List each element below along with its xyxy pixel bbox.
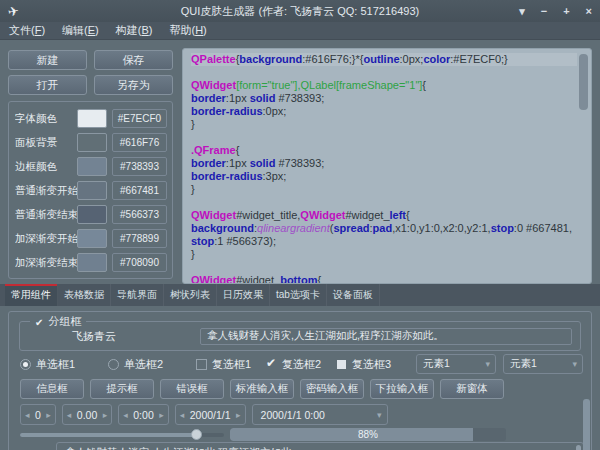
groupbox-title: 分组框 — [48, 314, 81, 329]
color-swatch[interactable] — [77, 181, 107, 200]
window-controls: ▾ − + × — [519, 0, 592, 22]
stylesheet-editor[interactable]: QPalette{background:#616F76;}*{outline:0… — [182, 48, 592, 284]
spin-box[interactable]: 0 — [20, 404, 56, 425]
app-plane-icon: ✈ — [7, 4, 20, 19]
code-line — [191, 196, 577, 209]
dialog-button[interactable]: 错误框 — [160, 379, 224, 399]
menu-item[interactable]: 构建(B) — [116, 23, 153, 38]
code-line: border:1px solid #738393; — [191, 92, 577, 105]
selection-controls-row: 单选框1 单选框2 复选框1 — [20, 354, 583, 374]
color-swatch[interactable] — [77, 253, 107, 272]
title-bar: ✈ QUI皮肤生成器 (作者: 飞扬青云 QQ: 517216493) ▾ − … — [0, 0, 600, 22]
window-control-button[interactable]: ▾ — [519, 0, 525, 22]
color-swatch[interactable] — [77, 133, 107, 152]
checkbox-icon — [196, 359, 207, 370]
checkbox-icon — [337, 360, 346, 369]
slider[interactable] — [20, 428, 224, 441]
dialog-button[interactable]: 下拉输入框 — [370, 379, 434, 399]
code-line: } — [191, 248, 577, 261]
code-line: } — [191, 183, 577, 196]
code-line: .QFrame{ — [191, 144, 577, 157]
slider-handle[interactable] — [191, 429, 202, 440]
menu-item[interactable]: 文件(F) — [9, 23, 45, 38]
dialog-button[interactable]: 提示框 — [90, 379, 154, 399]
file-button[interactable]: 打开 — [8, 75, 87, 95]
menu-item[interactable]: 编辑(E) — [62, 23, 99, 38]
combo-box[interactable]: 元素1 — [503, 354, 583, 374]
window-control-button[interactable]: + — [563, 0, 569, 22]
color-swatch[interactable] — [77, 205, 107, 224]
tab[interactable]: 树状列表 — [164, 284, 217, 306]
spinbox-row: 0 0.00 0:00 2000/1/1 2000/1/1 0:00 — [20, 404, 388, 425]
color-label: 普通渐变开始 — [15, 184, 77, 198]
menu-item[interactable]: 帮助(H) — [169, 23, 206, 38]
tab[interactable]: 设备面板 — [327, 284, 380, 306]
window-control-button[interactable]: × — [586, 0, 592, 22]
radio-button[interactable]: 单选框1 — [20, 357, 108, 372]
checkbox[interactable]: 复选框3 — [336, 357, 406, 372]
code-line: QPalette{background:#616F76;}*{outline:0… — [191, 53, 577, 66]
dialog-button[interactable]: 信息框 — [20, 379, 84, 399]
color-swatch[interactable] — [77, 109, 107, 128]
checkbox[interactable]: 复选框1 — [196, 357, 266, 372]
color-label: 加深渐变开始 — [15, 232, 77, 246]
color-hex-input[interactable]: #738393 — [112, 157, 167, 176]
groupbox-check-icon — [35, 316, 43, 328]
tab[interactable]: tab选项卡 — [270, 284, 327, 306]
color-label: 边框颜色 — [15, 160, 77, 174]
tab[interactable]: 表格数据 — [58, 284, 111, 306]
color-hex-input[interactable]: #616F76 — [112, 133, 167, 152]
tab-bar: 常用组件 表格数据 导航界面 树状列表 日历效果 tab选项卡 设备面板 — [0, 284, 600, 306]
combo-box[interactable]: 元素1 — [416, 354, 496, 374]
color-settings-box: 字体颜色 #E7ECF0 面板背景 #616F76 边框颜色 #738393 普… — [8, 101, 173, 279]
slider-fill — [20, 433, 197, 437]
spin-box[interactable]: 0:00 — [118, 404, 168, 425]
color-swatch[interactable] — [77, 229, 107, 248]
color-hex-input[interactable]: #E7ECF0 — [112, 109, 167, 128]
color-hex-input[interactable]: #667481 — [112, 181, 167, 200]
editor-scrollbar[interactable] — [579, 54, 588, 110]
window-title: QUI皮肤生成器 (作者: 飞扬青云 QQ: 517216493) — [0, 4, 600, 19]
code-line: QWidget#widget_bottom{ — [191, 274, 577, 284]
app-window: ✈ QUI皮肤生成器 (作者: 飞扬青云 QQ: 517216493) ▾ − … — [0, 0, 600, 450]
datetime-picker[interactable]: 2000/1/1 0:00 — [252, 404, 388, 425]
tab[interactable]: 日历效果 — [217, 284, 270, 306]
color-hex-input[interactable]: #708090 — [112, 253, 167, 272]
tab[interactable]: 导航界面 — [111, 284, 164, 306]
code-line — [191, 261, 577, 274]
dialog-button[interactable]: 新窗体 — [440, 379, 504, 399]
color-label: 普通渐变结束 — [15, 208, 77, 222]
code-line — [191, 66, 577, 79]
spin-box[interactable]: 0.00 — [62, 404, 112, 425]
color-row: 边框颜色 #738393 — [15, 157, 167, 176]
radio-button[interactable]: 单选框2 — [108, 357, 196, 372]
dialog-button[interactable]: 标准输入框 — [230, 379, 294, 399]
color-row: 加深渐变结束 #708090 — [15, 253, 167, 272]
code-line: QWidget#widget_title,QWidget#widget_left… — [191, 209, 577, 222]
groupbox: 分组框 飞扬青云 拿人钱财替人消灾,人生江湖如此,程序江湖亦如此。 — [19, 321, 581, 351]
file-button[interactable]: 新建 — [8, 50, 87, 70]
checkbox[interactable]: 复选框2 — [266, 357, 336, 372]
textedit-scrollbar[interactable] — [576, 445, 581, 450]
window-control-button[interactable]: − — [541, 0, 547, 22]
file-button[interactable]: 保存 — [94, 50, 173, 70]
code-line: border-radius:0px; — [191, 105, 577, 118]
code-line — [191, 131, 577, 144]
file-button[interactable]: 另存为 — [94, 75, 173, 95]
bottom-text-edit[interactable]: 拿人钱财替人消灾,人生江湖如此,程序江湖亦如此。 — [56, 442, 584, 450]
color-hex-input[interactable]: #566373 — [112, 205, 167, 224]
groupbox-legend[interactable]: 分组框 — [30, 314, 86, 329]
dialog-buttons-row: 信息框 提示框 错误框 标准输入框 密码输入框 下拉输入框 新窗体 — [20, 379, 504, 399]
radio-icon — [20, 359, 31, 370]
dialog-button[interactable]: 密码输入框 — [300, 379, 364, 399]
demo-panel-frame: 分组框 飞扬青云 拿人钱财替人消灾,人生江湖如此,程序江湖亦如此。 单选框1 — [8, 311, 592, 450]
color-hex-input[interactable]: #778899 — [112, 229, 167, 248]
spin-box[interactable]: 2000/1/1 — [175, 404, 246, 425]
motto-input[interactable]: 拿人钱财替人消灾,人生江湖如此,程序江湖亦如此。 — [200, 328, 572, 345]
color-swatch[interactable] — [77, 157, 107, 176]
tab[interactable]: 常用组件 — [5, 284, 58, 306]
color-label: 字体颜色 — [15, 112, 77, 126]
code-line: background:qlineargradient(spread:pad,x1… — [191, 222, 577, 248]
panel-scrollbar[interactable] — [583, 399, 590, 450]
radio-icon — [108, 359, 119, 370]
